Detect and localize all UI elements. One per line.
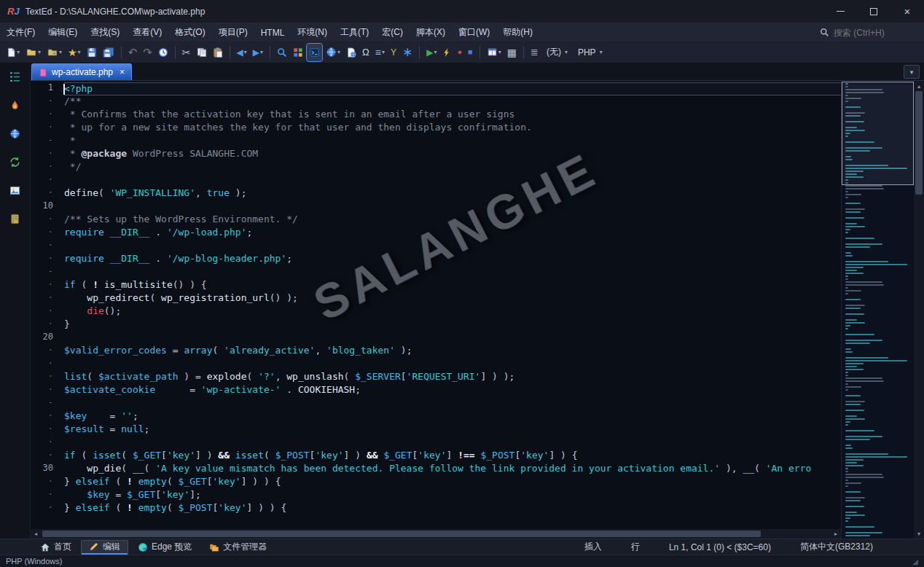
macro-list-icon[interactable]: ≣: [528, 44, 541, 61]
code-line[interactable]: die();: [64, 305, 841, 318]
code-line[interactable]: define( 'WP_INSTALLING', true );: [64, 187, 841, 200]
copy-icon[interactable]: [195, 44, 209, 61]
cut-icon[interactable]: ✂: [180, 44, 193, 61]
tab-home[interactable]: 首页: [32, 540, 79, 555]
code-line[interactable]: $activate_cookie = 'wp-activate-' . COOK…: [64, 384, 841, 397]
code-line[interactable]: * @package WordPress SALANGHE.COM: [64, 148, 841, 161]
syntax-selector[interactable]: PHP ▾: [573, 44, 608, 61]
code-line[interactable]: require __DIR__ . '/wp-load.php';: [64, 227, 841, 240]
hscroll-thumb[interactable]: [42, 531, 761, 537]
vertical-scrollbar[interactable]: ▴ ▾: [914, 81, 924, 539]
quick-run-icon[interactable]: [440, 44, 453, 61]
outline-icon[interactable]: [6, 68, 25, 85]
notes-icon[interactable]: [6, 210, 25, 227]
hscroll-left-icon[interactable]: ◂: [31, 529, 41, 539]
code-editor[interactable]: <?php/** * Confirms that the activation …: [60, 81, 841, 529]
record-macro-icon[interactable]: ●: [455, 44, 464, 61]
web-preview-toggle-icon[interactable]: [307, 44, 322, 61]
code-line[interactable]: }: [64, 318, 841, 332]
vscroll-track[interactable]: [914, 91, 924, 528]
web-icon[interactable]: [6, 125, 25, 142]
menu-item-3[interactable]: 查找(S): [84, 23, 126, 42]
compare-icon[interactable]: [291, 44, 305, 61]
code-line[interactable]: [64, 358, 841, 371]
insert-mode-indicator[interactable]: 插入: [584, 541, 602, 553]
code-line[interactable]: [64, 437, 841, 450]
maximize-button[interactable]: [857, 0, 890, 23]
code-line[interactable]: list( $activate_path ) = explode( '?', w…: [64, 371, 841, 384]
code-line[interactable]: require __DIR__ . '/wp-blog-header.php';: [64, 253, 841, 266]
macro-selector[interactable]: (无) ▾: [541, 44, 573, 61]
open-remote-icon[interactable]: ▾: [44, 44, 64, 61]
save-all-icon[interactable]: [101, 44, 117, 61]
minimize-button[interactable]: [823, 0, 857, 23]
file-type-indicator[interactable]: PHP (Windows): [6, 557, 62, 566]
special-chars-icon[interactable]: Ω: [360, 44, 372, 61]
tab-wp-activate[interactable]: wp-activate.php ×: [31, 63, 132, 80]
hscroll-right-icon[interactable]: ▸: [831, 529, 841, 539]
window-layout-icon[interactable]: ▾: [485, 44, 504, 61]
new-file-icon[interactable]: ▾: [4, 44, 22, 61]
sync-icon[interactable]: [6, 153, 25, 171]
cursor-position[interactable]: Ln 1, Col 1 (0) < ($3C=60): [669, 542, 771, 552]
resize-grip[interactable]: ◢: [912, 558, 918, 566]
menu-item-5[interactable]: 格式(O): [168, 23, 211, 42]
back-icon[interactable]: ◀▾: [235, 44, 249, 61]
encoding-indicator[interactable]: 简体中文(GB2312): [800, 541, 873, 553]
code-line[interactable]: [64, 240, 841, 253]
close-tab-icon[interactable]: ×: [120, 67, 125, 77]
close-button[interactable]: ×: [890, 0, 924, 23]
image-viewer-icon[interactable]: [6, 181, 25, 199]
menu-item-6[interactable]: 项目(P): [212, 23, 254, 42]
highlight-icon[interactable]: [6, 96, 25, 114]
code-line[interactable]: } elseif ( ! empty( $_GET['key'] ) ) {: [64, 476, 841, 489]
tab-edge-preview[interactable]: Edge 预览: [130, 540, 200, 555]
open-file-icon[interactable]: ▾: [23, 44, 43, 61]
code-line[interactable]: <?php: [64, 82, 841, 95]
code-line[interactable]: $key = '';: [64, 410, 841, 423]
stop-macro-icon[interactable]: ■: [466, 44, 475, 61]
forward-icon[interactable]: ▶▾: [251, 44, 265, 61]
search-icon[interactable]: [275, 44, 289, 61]
code-line[interactable]: [64, 200, 841, 214]
code-line[interactable]: *: [64, 135, 841, 148]
code-line[interactable]: [64, 266, 841, 279]
horizontal-scrollbar[interactable]: ◂ ▸: [31, 529, 841, 539]
vscroll-up-icon[interactable]: ▴: [914, 81, 924, 91]
history-icon[interactable]: [156, 44, 171, 61]
minimap[interactable]: [841, 81, 914, 539]
code-line[interactable]: * Confirms that the activation key that …: [64, 109, 841, 122]
code-line[interactable]: /** Sets up the WordPress Environment. *…: [64, 214, 841, 227]
menu-item-10[interactable]: 宏(C): [375, 23, 410, 42]
undo-icon[interactable]: ↶: [126, 44, 140, 61]
menu-item-7[interactable]: HTML: [254, 23, 291, 42]
paste-icon[interactable]: [211, 44, 225, 61]
tab-file-manager[interactable]: 文件管理器: [201, 540, 275, 555]
tab-list-button[interactable]: ▾: [904, 65, 920, 79]
vscroll-down-icon[interactable]: ▾: [914, 528, 924, 539]
code-line[interactable]: $key = $_GET['key'];: [64, 489, 841, 502]
export-html-icon[interactable]: [344, 44, 359, 61]
code-line[interactable]: if ( ! is_multisite() ) {: [64, 279, 841, 292]
menu-item-8[interactable]: 环境(N): [291, 23, 334, 42]
code-line[interactable]: if ( isset( $_GET['key'] ) && isset( $_P…: [64, 450, 841, 463]
code-line[interactable]: [64, 332, 841, 345]
redo-icon[interactable]: ↷: [141, 44, 154, 61]
menu-item-9[interactable]: 工具(T): [334, 23, 375, 42]
menu-item-1[interactable]: 文件(F): [0, 23, 42, 42]
menu-item-13[interactable]: 帮助(H): [496, 23, 539, 42]
run-icon[interactable]: ▶▾: [424, 44, 439, 61]
merge-icon[interactable]: Y: [388, 44, 399, 61]
code-line[interactable]: $result = null;: [64, 423, 841, 437]
code-line[interactable]: [64, 174, 841, 187]
code-line[interactable]: /**: [64, 95, 841, 109]
code-line[interactable]: [64, 397, 841, 410]
line-indicator[interactable]: 行: [631, 541, 640, 553]
wildcard-icon[interactable]: ∗: [400, 44, 415, 61]
code-line[interactable]: */: [64, 161, 841, 174]
minimap-viewport[interactable]: [842, 82, 914, 185]
menu-item-11[interactable]: 脚本(X): [410, 23, 452, 42]
vscroll-thumb[interactable]: [915, 91, 923, 195]
browser-icon[interactable]: ▾: [324, 44, 342, 61]
save-icon[interactable]: [85, 44, 99, 61]
